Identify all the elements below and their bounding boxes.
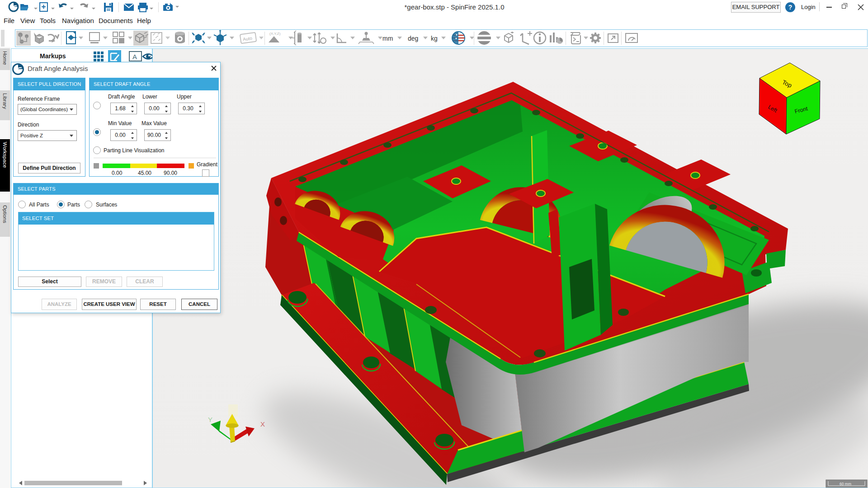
svg-text:Auto: Auto: [243, 36, 253, 42]
svg-text:mm: mm: [382, 35, 393, 42]
svg-text:Y: Y: [208, 416, 212, 423]
svg-text:X: X: [260, 420, 265, 428]
svg-text:60 mm: 60 mm: [840, 482, 851, 486]
svg-text:(X,Y,Z): (X,Y,Z): [269, 32, 281, 36]
svg-text:kg: kg: [431, 35, 438, 42]
svg-text:deg: deg: [408, 35, 418, 42]
svg-text:A: A: [132, 53, 137, 61]
